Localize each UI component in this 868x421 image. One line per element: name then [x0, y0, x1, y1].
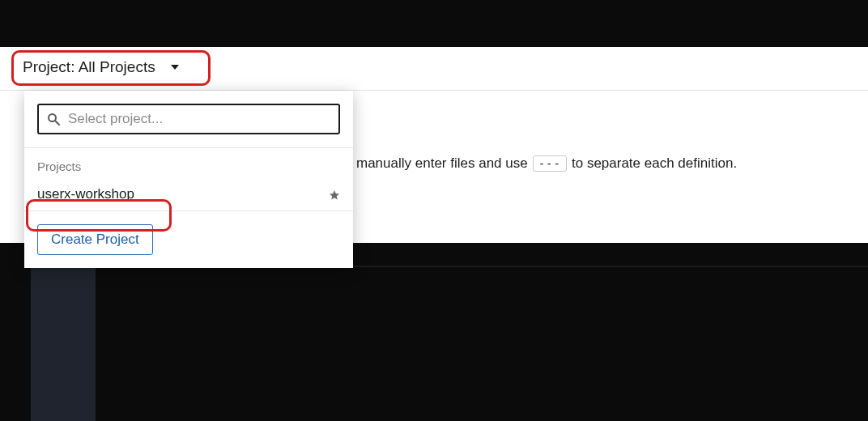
toolbar: Project: All Projects [0, 47, 868, 91]
sidebar-fragment [31, 266, 96, 421]
project-selector-label: Project: All Projects [23, 58, 155, 76]
search-icon [47, 113, 60, 125]
instruction-text-after: to separate each definition. [572, 155, 737, 172]
dropdown-footer: Create Project [24, 211, 353, 268]
project-search-input[interactable] [68, 111, 330, 127]
project-selector-trigger[interactable]: Project: All Projects [15, 55, 188, 79]
project-dropdown-panel: Projects userx-workshop Create Project [24, 91, 353, 268]
code-separator-token: --- [533, 155, 567, 172]
bottom-dark-region [0, 243, 868, 421]
project-list-item[interactable]: userx-workshop [24, 178, 353, 210]
instruction-text: manually enter files and use --- to sepa… [356, 155, 737, 172]
svg-line-1 [55, 121, 59, 125]
star-icon[interactable] [329, 189, 340, 200]
create-project-button[interactable]: Create Project [37, 224, 153, 255]
top-app-bar [0, 0, 868, 47]
instruction-text-before: manually enter files and use [356, 155, 528, 172]
caret-down-icon [170, 58, 180, 76]
search-container [24, 91, 353, 147]
project-item-name: userx-workshop [37, 186, 134, 202]
projects-section-label: Projects [24, 148, 353, 178]
search-box[interactable] [37, 104, 340, 134]
